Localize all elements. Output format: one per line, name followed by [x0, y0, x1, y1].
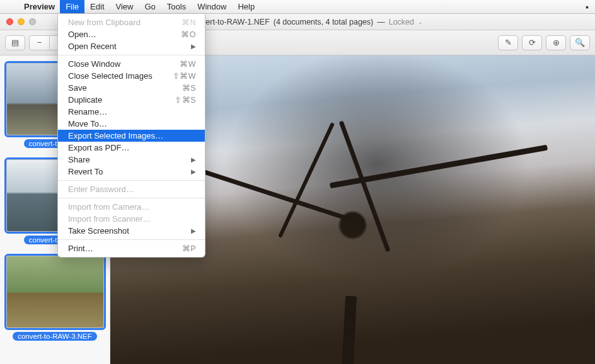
menu-item-label: Close Selected Images [68, 71, 173, 81]
menu-item-label: Export as PDF… [68, 143, 196, 152]
traffic-lights [0, 18, 42, 25]
document-summary: (4 documents, 4 total pages) [274, 18, 373, 26]
search-button[interactable]: 🔍 [570, 35, 590, 50]
menu-item[interactable]: Duplicate⇧⌘S [58, 94, 205, 106]
menu-item: New from Clipboard⌘N [58, 16, 205, 28]
thumbnail-3[interactable]: convert-to-RAW-3.NEF [5, 256, 105, 341]
menu-item-shortcut: ⌘N [182, 18, 196, 27]
menu-item[interactable]: Open…⌘O [58, 28, 205, 40]
menu-window[interactable]: Window [192, 0, 232, 13]
menu-item[interactable]: Save⌘S [58, 82, 205, 94]
rotate-button[interactable]: ⟳ [522, 35, 542, 50]
close-window-button[interactable] [6, 18, 13, 25]
submenu-arrow-icon: ▶ [191, 168, 196, 175]
menu-item[interactable]: Take Screenshot▶ [58, 225, 205, 237]
menu-go[interactable]: Go [139, 0, 161, 13]
menu-item-label: Print… [68, 244, 182, 253]
menu-item-shortcut: ⇧⌘W [173, 71, 196, 81]
sidebar-toggle-button[interactable]: ▤ [5, 35, 25, 50]
menu-item-label: New from Clipboard [68, 18, 182, 27]
menu-item[interactable]: Revert To▶ [58, 166, 205, 178]
menu-item[interactable]: Rename… [58, 106, 205, 118]
app-name[interactable]: Preview [19, 2, 60, 11]
minimize-window-button[interactable] [18, 18, 25, 25]
menu-separator [58, 180, 205, 181]
menu-item-label: Duplicate [68, 95, 175, 105]
menu-item[interactable]: Open Recent▶ [58, 40, 205, 52]
menu-item-shortcut: ⌘O [181, 30, 196, 39]
menu-item[interactable]: Export as PDF… [58, 142, 205, 154]
menu-separator [58, 55, 205, 55]
menu-item-shortcut: ⇧⌘S [175, 95, 196, 105]
submenu-arrow-icon: ▶ [191, 156, 196, 163]
zoom-out-button[interactable]: − [29, 35, 49, 50]
thumbnail-label: convert-to-RAW-3.NEF [13, 332, 97, 341]
menubar: Preview File Edit View Go Tools Window H… [0, 0, 595, 14]
thumbnail-image[interactable] [6, 256, 104, 328]
menu-item-label: Revert To [68, 167, 191, 176]
menu-item-label: Enter Password… [68, 185, 196, 194]
menu-tools[interactable]: Tools [161, 0, 192, 13]
menu-help[interactable]: Help [232, 0, 260, 13]
zoom-window-button[interactable] [29, 18, 36, 25]
menu-item: Enter Password… [58, 183, 205, 195]
locked-status[interactable]: Locked [389, 18, 414, 26]
menu-item-label: Import from Camera… [68, 202, 196, 212]
title-separator: — [377, 18, 385, 26]
menu-item: Import from Scanner… [58, 213, 205, 225]
menu-item-label: Save [68, 83, 182, 93]
title-caret-icon[interactable]: ⌄ [418, 19, 423, 25]
menu-view[interactable]: View [110, 0, 139, 13]
facetime-icon[interactable]: ▪ [586, 2, 589, 12]
menu-separator [58, 239, 205, 240]
menu-item-label: Export Selected Images… [68, 131, 196, 140]
menu-item-label: Rename… [68, 107, 196, 117]
submenu-arrow-icon: ▶ [191, 227, 196, 234]
menu-item[interactable]: Print…⌘P [58, 242, 205, 254]
markup-button[interactable]: ✎ [498, 35, 518, 50]
menu-item-label: Open… [68, 30, 181, 39]
menu-item: Import from Camera… [58, 201, 205, 213]
menu-item[interactable]: Share▶ [58, 154, 205, 166]
menu-item[interactable]: Close Selected Images⇧⌘W [58, 70, 205, 82]
menu-item-label: Share [68, 155, 191, 164]
menu-item[interactable]: Export Selected Images… [58, 130, 205, 142]
menu-item-label: Move To… [68, 119, 196, 128]
menu-item[interactable]: Close Window⌘W [58, 58, 205, 70]
menu-item-label: Take Screenshot [68, 226, 191, 236]
menu-item-shortcut: ⌘P [182, 244, 196, 253]
menu-separator [58, 198, 205, 198]
menu-item-shortcut: ⌘W [180, 59, 196, 69]
actions-button[interactable]: ⊕ [546, 35, 566, 50]
menu-item-label: Open Recent [68, 42, 191, 51]
file-menu-dropdown: New from Clipboard⌘NOpen…⌘OOpen Recent▶C… [57, 14, 205, 258]
menu-file[interactable]: File [60, 0, 84, 13]
menu-item-label: Close Window [68, 59, 180, 69]
submenu-arrow-icon: ▶ [191, 43, 196, 50]
menu-item[interactable]: Move To… [58, 118, 205, 130]
menu-item-label: Import from Scanner… [68, 214, 196, 224]
menu-edit[interactable]: Edit [84, 0, 110, 13]
menu-item-shortcut: ⌘S [182, 83, 196, 93]
